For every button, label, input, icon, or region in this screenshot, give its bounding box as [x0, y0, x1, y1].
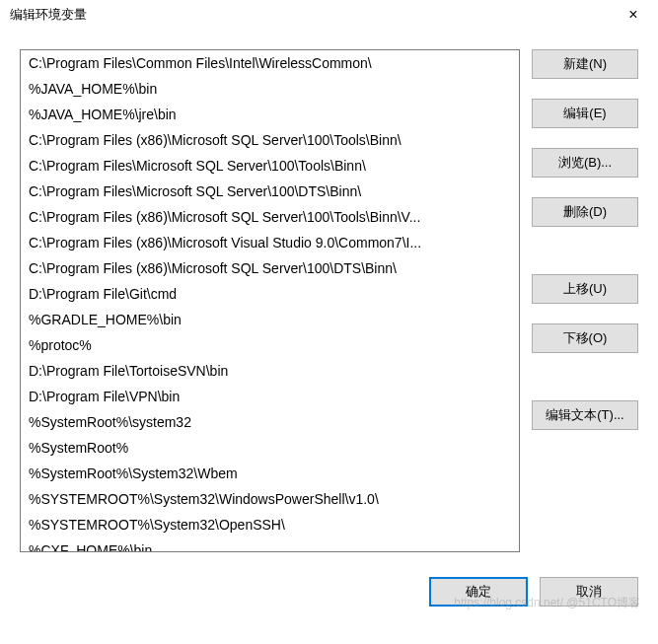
cancel-button[interactable]: 取消	[540, 577, 638, 607]
path-listbox[interactable]: C:\Program Files\Common Files\Intel\Wire…	[20, 49, 520, 552]
titlebar: 编辑环境变量 ×	[0, 0, 658, 30]
list-item[interactable]: %CXF_HOME%\bin	[21, 537, 519, 552]
list-item[interactable]: D:\Program File\VPN\bin	[21, 384, 519, 409]
edit-text-button[interactable]: 编辑文本(T)...	[532, 400, 638, 430]
list-item[interactable]: C:\Program Files (x86)\Microsoft SQL Ser…	[21, 255, 519, 281]
list-item[interactable]: %SystemRoot%	[21, 435, 519, 461]
list-item[interactable]: %SystemRoot%\system32	[21, 409, 519, 435]
list-item[interactable]: C:\Program Files\Common Files\Intel\Wire…	[21, 50, 519, 76]
list-item[interactable]: %protoc%	[21, 332, 519, 358]
list-item[interactable]: D:\Program File\Git\cmd	[21, 281, 519, 307]
move-up-button[interactable]: 上移(U)	[532, 274, 638, 304]
footer: 确定 取消 https://blog.csdn.net/ @51CTO博客	[0, 562, 658, 621]
list-item[interactable]: C:\Program Files\Microsoft SQL Server\10…	[21, 179, 519, 204]
delete-button[interactable]: 删除(D)	[532, 197, 638, 227]
list-item[interactable]: D:\Program File\TortoiseSVN\bin	[21, 358, 519, 384]
list-item[interactable]: C:\Program Files\Microsoft SQL Server\10…	[21, 153, 519, 179]
move-down-button[interactable]: 下移(O)	[532, 323, 638, 353]
close-icon[interactable]: ×	[619, 6, 648, 24]
edit-button[interactable]: 编辑(E)	[532, 99, 638, 128]
new-button[interactable]: 新建(N)	[532, 49, 638, 79]
list-item[interactable]: C:\Program Files (x86)\Microsoft SQL Ser…	[21, 127, 519, 153]
list-item[interactable]: %GRADLE_HOME%\bin	[21, 307, 519, 332]
list-item[interactable]: %SYSTEMROOT%\System32\WindowsPowerShell\…	[21, 486, 519, 512]
ok-button[interactable]: 确定	[429, 577, 528, 607]
list-item[interactable]: %JAVA_HOME%\bin	[21, 76, 519, 102]
window-title: 编辑环境变量	[10, 6, 87, 24]
list-item[interactable]: %SYSTEMROOT%\System32\OpenSSH\	[21, 512, 519, 537]
content-area: C:\Program Files\Common Files\Intel\Wire…	[0, 30, 658, 562]
list-item[interactable]: %JAVA_HOME%\jre\bin	[21, 102, 519, 127]
list-item[interactable]: %SystemRoot%\System32\Wbem	[21, 461, 519, 486]
browse-button[interactable]: 浏览(B)...	[532, 148, 638, 178]
button-column: 新建(N) 编辑(E) 浏览(B)... 删除(D) 上移(U) 下移(O) 编…	[532, 49, 638, 552]
list-item[interactable]: C:\Program Files (x86)\Microsoft SQL Ser…	[21, 204, 519, 230]
list-item[interactable]: C:\Program Files (x86)\Microsoft Visual …	[21, 230, 519, 255]
